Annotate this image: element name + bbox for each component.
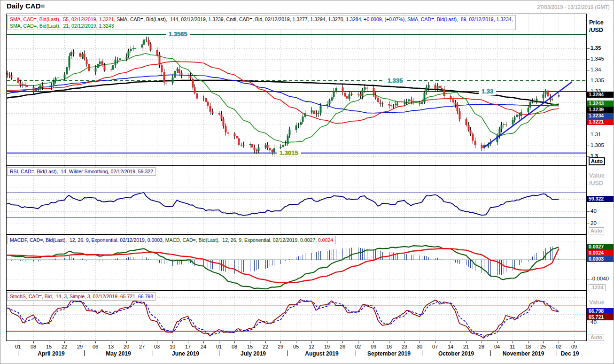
x-axis-day-label: 13 (108, 344, 114, 349)
x-axis-tick (234, 341, 235, 343)
x-axis-tick (420, 341, 420, 343)
axis-value-badge: 59.322 (587, 196, 614, 202)
axis-tick-label: 1.31 (591, 132, 601, 137)
x-axis-tick (404, 341, 405, 343)
axis-tick-label: 1.305 (591, 142, 604, 148)
x-axis-tick (528, 341, 529, 343)
x-axis-tick (497, 341, 497, 343)
axis-tick-mark (587, 135, 590, 135)
legend-segment: StochS, CAD=, Bid, 14, 3, Simple, 3, 02/… (10, 294, 137, 299)
x-axis-tick (157, 341, 157, 343)
x-axis-tick (342, 341, 343, 343)
x-axis-day-label: 29 (77, 344, 83, 349)
legend-segment: MACDF, CAD=, Bid(Last), 12, 26, 9, Expon… (10, 237, 164, 243)
x-axis-day-label: 07 (432, 344, 438, 349)
axis-title: Value (589, 172, 605, 179)
price-level-label: 1.33 (479, 88, 496, 95)
x-axis-day-label: 29 (278, 344, 283, 349)
month-separator (288, 350, 288, 356)
axis-tick-mark (587, 70, 590, 70)
x-axis-day-label: 23 (402, 344, 407, 349)
axis-title: Price (589, 19, 604, 26)
x-axis-day-label: 08 (31, 344, 36, 349)
axis-tick-mark (587, 323, 590, 323)
axis-tick-label: 1.345 (591, 56, 604, 62)
x-axis-day-label: 27 (139, 344, 145, 349)
x-axis-tick (188, 341, 188, 343)
x-axis-tick (95, 341, 96, 343)
axis-tick-mark (587, 59, 590, 60)
price-legend[interactable]: SMA, CAD=, Bid(Last), 55, 02/12/2019, 1.… (7, 15, 516, 30)
axis-tick-mark (587, 224, 590, 224)
legend-segment: SMA, CAD=, Bid(Last), 89, 02/12/2019, 1.… (406, 16, 513, 22)
x-axis-day-label: 04 (494, 344, 500, 349)
auto-scale-button[interactable]: Auto (589, 157, 605, 165)
axis-tick-mark (587, 279, 590, 279)
x-axis-day-label: 06 (93, 344, 98, 349)
x-axis-day-label: 01 (15, 344, 21, 349)
axis-tick-label: -0.0040 (591, 276, 609, 281)
axis-value-badge: 1.3284 (587, 92, 614, 98)
legend-segment: SMA, CAD=, Bid(Last), 144, 02/12/2019, 1… (115, 16, 225, 22)
x-axis-tick (49, 341, 49, 343)
month-separator (84, 350, 85, 356)
price-level-label: 1.3015 (277, 149, 301, 156)
x-axis-day-label: 20 (124, 344, 129, 349)
x-axis-tick (513, 341, 513, 343)
x-axis-tick (451, 341, 451, 343)
x-axis-day-label: 03 (154, 344, 160, 349)
x-axis-tick (111, 341, 111, 343)
x-axis-month-label: October 2019 (438, 350, 474, 357)
x-axis-day-label: 30 (417, 344, 422, 349)
x-axis-day-label: 17 (185, 344, 191, 349)
axis-value-badge: 1.3221 (587, 119, 614, 125)
x-axis-tick (250, 341, 250, 343)
x-axis-day-label: 09 (371, 344, 376, 349)
stoch-legend[interactable]: StochS, CAD=, Bid, 14, 3, Simple, 3, 02/… (7, 292, 156, 301)
legend-segment: 0.0024 (317, 237, 333, 243)
x-axis-day-label: 24 (201, 344, 206, 349)
legend-segment: 66.798 (137, 294, 153, 299)
x-axis-tick (280, 341, 281, 343)
x-axis-tick (559, 341, 559, 343)
x-axis-day-label: 21 (463, 344, 469, 349)
x-axis-day-label: 02 (556, 344, 561, 349)
x-axis-tick (327, 341, 327, 343)
x-axis-tick (296, 341, 296, 343)
price-chart-canvas[interactable] (7, 14, 586, 165)
x-axis-tick (358, 341, 358, 343)
auto-scale-button[interactable]: Auto (589, 227, 604, 234)
axis-tick-mark (587, 211, 590, 212)
x-axis-month-label: August 2019 (305, 350, 338, 357)
x-axis-month-label: July 2019 (241, 350, 266, 357)
x-axis-tick (265, 341, 266, 343)
decimal-format-button[interactable]: .1234 (589, 284, 606, 291)
rsi-chart-canvas[interactable] (7, 166, 586, 234)
x-axis-day-label: 19 (324, 344, 330, 349)
x-axis-month-label: September 2019 (367, 350, 411, 357)
month-separator (153, 350, 153, 356)
month-separator (18, 350, 18, 356)
axis-value-badge: 65.721 (587, 314, 614, 320)
month-separator (422, 350, 422, 356)
axis-value-badge: 0.0003 (587, 256, 614, 262)
axis-value-badge: 0.0027 (587, 244, 614, 250)
x-axis-day-label: 15 (247, 344, 253, 349)
x-axis-month-label: May 2019 (106, 350, 131, 357)
x-axis-tick (466, 341, 466, 343)
x-axis-tick (172, 341, 173, 343)
rsi-legend[interactable]: RSI, CAD=, Bid(Last), 14, Wilder Smoothi… (7, 167, 156, 176)
axis-value-badge: 66.798 (587, 308, 614, 314)
x-axis-day-label: 16 (386, 344, 392, 349)
axis-title: Value (589, 299, 605, 306)
x-axis-tick (126, 341, 127, 343)
x-axis-day-label: 18 (525, 344, 531, 349)
x-axis-tick (219, 341, 219, 343)
macd-legend[interactable]: MACDF, CAD=, Bid(Last), 12, 26, 9, Expon… (7, 236, 336, 244)
legend-segment: SMA, CAD=, Bid(Last), 21, 02/12/2019, 1.… (10, 23, 114, 29)
x-axis-tick (373, 341, 374, 343)
x-axis-tick (574, 341, 575, 343)
x-axis-tick (33, 341, 34, 343)
auto-scale-button[interactable]: Auto (589, 334, 604, 341)
x-axis-day-label: 11 (510, 344, 515, 349)
